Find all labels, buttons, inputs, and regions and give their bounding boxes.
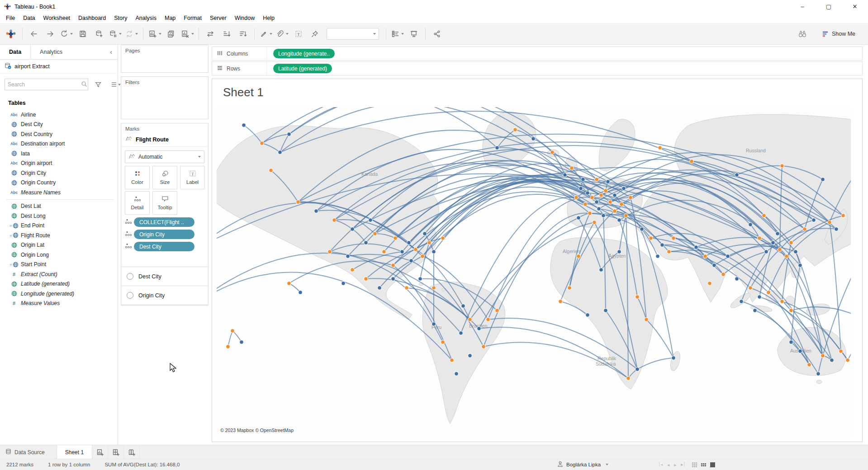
field-origin-airport[interactable]: AbcOrigin airport — [0, 159, 118, 169]
columns-pill[interactable]: Longitude (generate.. — [273, 49, 335, 58]
pause-data-button[interactable] — [107, 27, 123, 41]
menu-format[interactable]: Format — [180, 14, 206, 23]
origin-airport-dot — [583, 202, 588, 207]
field-end-point[interactable]: =End Point — [0, 221, 118, 231]
mark-type-dropdown[interactable]: Automatic — [125, 150, 204, 163]
show-filmstrip-view-icon[interactable] — [701, 463, 706, 466]
field-origin-lat[interactable]: Origin Lat — [0, 240, 118, 250]
field-dest-country[interactable]: Dest Country — [0, 129, 118, 139]
swap-axes-button[interactable] — [202, 27, 218, 41]
field-extract-count-[interactable]: #Extract (Count) — [0, 269, 118, 279]
paperclip-button[interactable] — [274, 27, 290, 41]
filters-shelf[interactable]: Filters — [121, 76, 209, 119]
close-button[interactable]: ✕ — [842, 0, 868, 13]
field-origin-city[interactable]: Origin City — [0, 168, 118, 178]
field-latitude-generated-[interactable]: Latitude (generated) — [0, 279, 118, 289]
first-sheet-button[interactable]: ⏐◂ — [658, 462, 663, 467]
filter-fields-icon[interactable] — [90, 77, 106, 92]
menu-help[interactable]: Help — [259, 14, 279, 23]
collapse-pane-icon[interactable]: ‹ — [104, 45, 118, 59]
share-button[interactable] — [429, 27, 445, 41]
sort-descending-button[interactable] — [235, 27, 251, 41]
back-button[interactable] — [26, 27, 42, 41]
forward-button[interactable] — [42, 27, 58, 41]
show-sheet-view-icon[interactable] — [710, 462, 715, 467]
pages-shelf[interactable]: Pages — [121, 45, 209, 73]
menu-data[interactable]: Data — [19, 14, 39, 23]
columns-shelf[interactable]: Columns Longitude (generate.. — [212, 47, 863, 61]
field-longitude-generated-[interactable]: Longitude (generated) — [0, 289, 118, 299]
prev-sheet-button[interactable]: ◂ — [667, 462, 669, 467]
add-data-button[interactable] — [91, 27, 107, 41]
show-mark-labels-button[interactable] — [389, 27, 406, 41]
dest-airport-dot — [726, 254, 730, 258]
tab-data[interactable]: Data — [0, 45, 31, 59]
marks-pill[interactable]: Dest City — [134, 242, 194, 251]
marks-pill[interactable]: Origin City — [134, 230, 194, 239]
pin-button[interactable] — [307, 27, 323, 41]
menu-story[interactable]: Story — [110, 14, 131, 23]
find-binoculars-button[interactable] — [794, 27, 811, 41]
field-dest-long[interactable]: Dest Long — [0, 211, 118, 221]
color-button[interactable]: Color — [125, 166, 150, 189]
field-measure-values[interactable]: #Measure Values — [0, 299, 118, 309]
search-input[interactable] — [5, 81, 81, 88]
tooltip-button[interactable]: Tooltip — [152, 191, 177, 215]
menu-worksheet[interactable]: Worksheet — [39, 14, 75, 23]
field-airline[interactable]: AbcAirline — [0, 110, 118, 120]
highlight-button[interactable] — [258, 27, 274, 41]
field-iata[interactable]: Iata — [0, 149, 118, 159]
marks-layer-origin-city[interactable]: Origin City — [121, 286, 208, 305]
presentation-mode-button[interactable] — [406, 27, 422, 41]
menu-analysis[interactable]: Analysis — [131, 14, 161, 23]
clear-sheet-button[interactable] — [179, 27, 195, 41]
field-dest-lat[interactable]: Dest Lat — [0, 202, 118, 212]
menu-file[interactable]: File — [2, 14, 19, 23]
sort-ascending-button[interactable] — [218, 27, 235, 41]
save-button[interactable] — [75, 27, 91, 41]
field-start-point[interactable]: =Start Point — [0, 260, 118, 270]
origin-airport-dot — [328, 250, 332, 254]
rows-shelf[interactable]: Rows Latitude (generated) — [212, 61, 863, 75]
menu-server[interactable]: Server — [206, 14, 231, 23]
show-me-button[interactable]: Show Me — [819, 28, 859, 39]
new-dashboard-tab-button[interactable] — [108, 445, 124, 459]
data-source-tab[interactable]: Data Source — [0, 445, 57, 459]
menu-map[interactable]: Map — [161, 14, 180, 23]
field-flight-route[interactable]: =Flight Route — [0, 230, 118, 240]
marks-layer-dest-city[interactable]: Dest City — [121, 267, 208, 286]
show-tabs-view-icon[interactable] — [692, 462, 697, 467]
fit-select-dropdown[interactable] — [327, 28, 379, 40]
user-menu[interactable]: Boglárka Lipka — [557, 461, 608, 468]
field-measure-names[interactable]: AbcMeasure Names — [0, 188, 118, 197]
field-origin-long[interactable]: Origin Long — [0, 250, 118, 260]
label-button[interactable]: TLabel — [180, 166, 205, 189]
tableau-window: Tableau - Book1 – ▢ ✕ FileDataWorksheetD… — [0, 0, 868, 470]
size-button[interactable]: Size — [152, 166, 177, 189]
last-sheet-button[interactable]: ▸⏐ — [681, 462, 686, 467]
dest-airport-dot — [821, 178, 825, 182]
map-view[interactable]: KanadaRusslandAlgerienÄgyptenPeruBrasili… — [217, 107, 851, 440]
new-story-tab-button[interactable] — [124, 445, 140, 459]
next-sheet-button[interactable]: ▸ — [674, 462, 676, 467]
datasource-item[interactable]: airport Extract — [0, 60, 118, 74]
replay-button[interactable] — [58, 27, 75, 41]
tab-analytics[interactable]: Analytics — [31, 45, 71, 59]
field-origin-country[interactable]: Origin Country — [0, 178, 118, 188]
marks-layer-header[interactable]: Flight Route — [121, 133, 208, 147]
text-label-button[interactable]: T — [290, 27, 307, 41]
maximize-button[interactable]: ▢ — [816, 0, 842, 13]
menu-window[interactable]: Window — [231, 14, 259, 23]
duplicate-button[interactable] — [163, 27, 179, 41]
menu-dashboard[interactable]: Dashboard — [74, 14, 110, 23]
detail-button[interactable]: Detail — [125, 191, 150, 215]
field-dest-city[interactable]: Dest City — [0, 120, 118, 130]
refresh-button[interactable] — [123, 27, 140, 41]
marks-pill[interactable]: COLLECT(Flight .. — [134, 217, 194, 227]
minimize-button[interactable]: – — [789, 0, 816, 13]
field-destination-airport[interactable]: AbcDestination airport — [0, 139, 118, 149]
rows-pill[interactable]: Latitude (generated) — [273, 64, 332, 73]
new-worksheet-tab-button[interactable] — [92, 445, 108, 459]
sheet-tab-sheet-1[interactable]: Sheet 1 — [57, 445, 92, 459]
new-worksheet-button[interactable] — [147, 27, 163, 41]
